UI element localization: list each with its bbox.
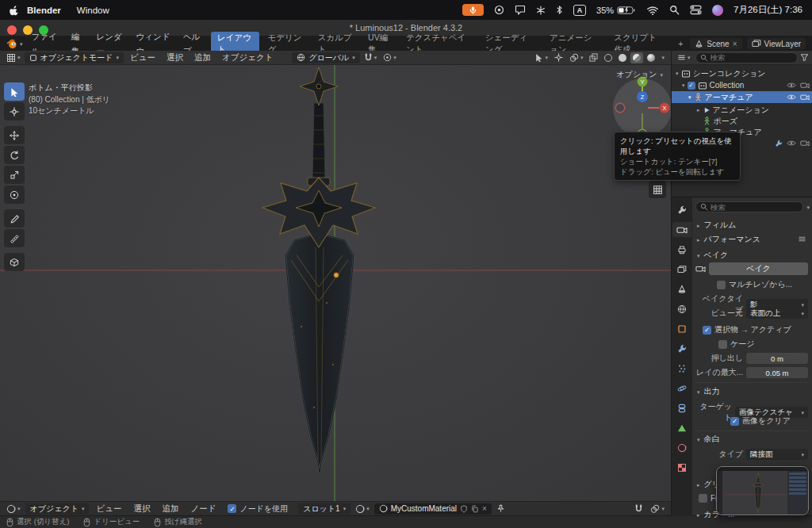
tool-properties-tab[interactable]	[672, 202, 691, 217]
control-center-icon[interactable]	[690, 5, 702, 15]
material-name-field[interactable]: MyCustomMaterial ×	[374, 503, 492, 515]
shader-menu-select[interactable]: 選択	[128, 503, 155, 515]
cursor-tool[interactable]	[4, 102, 25, 121]
wifi-icon[interactable]	[646, 6, 659, 15]
snap-node-toggle[interactable]	[632, 504, 645, 513]
hide-in-viewport-icon[interactable]	[787, 94, 796, 101]
hide-in-viewport-icon[interactable]	[787, 82, 796, 89]
section-performance[interactable]: ▸パフォーマンス	[697, 234, 760, 245]
xray-toggle[interactable]	[587, 53, 600, 62]
fake-user-shield-icon[interactable]	[460, 505, 468, 513]
mode-selector[interactable]: オブジェクトモード ▾	[25, 52, 124, 63]
overlay-node-toggle[interactable]: ▾	[648, 504, 667, 514]
freestyle-checkbox[interactable]	[699, 494, 707, 503]
viewport-menu-view[interactable]: ビュー	[125, 52, 160, 63]
annotate-tool[interactable]	[4, 209, 25, 228]
move-tool[interactable]	[4, 126, 25, 144]
viewlayer-properties-tab[interactable]	[672, 262, 691, 277]
object-origin[interactable]	[334, 273, 339, 277]
margin-type-dropdown[interactable]: 隣接面▾	[746, 449, 808, 460]
viewport-menu-select[interactable]: 選択	[162, 52, 188, 63]
shader-menu-node[interactable]: ノード	[186, 503, 220, 515]
hide-in-viewport-icon[interactable]	[787, 140, 796, 147]
world-properties-tab[interactable]	[672, 301, 691, 316]
particles-properties-tab[interactable]	[672, 361, 691, 376]
shading-rendered-button[interactable]	[645, 52, 657, 63]
add-cube-tool[interactable]	[4, 253, 25, 271]
navigation-gizmo[interactable]: X Y Z	[613, 77, 671, 139]
snap-toggle[interactable]: ▾	[362, 53, 380, 62]
scene-properties-tab[interactable]	[672, 281, 691, 297]
toggle-grid-icon[interactable]	[649, 181, 666, 198]
scale-tool[interactable]	[4, 166, 25, 184]
spotlight-icon[interactable]	[669, 5, 680, 15]
modifier-properties-tab[interactable]	[672, 341, 691, 356]
status-record-icon[interactable]	[494, 5, 504, 15]
screen-preview-thumbnail[interactable]	[716, 466, 809, 515]
shader-editor-type-selector[interactable]: ▾	[4, 504, 23, 514]
disable-in-render-icon[interactable]	[800, 82, 810, 89]
cage-checkbox[interactable]	[718, 340, 727, 349]
apple-logo-icon[interactable]	[10, 5, 19, 16]
texture-properties-tab[interactable]	[672, 460, 691, 475]
selected-to-active-checkbox[interactable]	[703, 326, 711, 335]
unlink-scene-icon[interactable]: ×	[733, 40, 737, 48]
editor-type-selector[interactable]: ▾	[4, 53, 23, 63]
blender-logo-icon[interactable]: ▾	[3, 38, 26, 50]
outliner-editor-type-selector[interactable]: ▾	[675, 53, 693, 62]
slot-dropdown[interactable]: スロット1▾	[298, 503, 350, 515]
outliner-search-field[interactable]	[695, 52, 798, 63]
render-properties-tab[interactable]	[672, 222, 691, 237]
properties-search-input[interactable]	[710, 203, 799, 212]
viewport-menu-add[interactable]: 追加	[190, 52, 216, 63]
duplicate-material-icon[interactable]	[471, 505, 479, 513]
proportional-editing-toggle[interactable]: ▾	[381, 53, 399, 62]
unlink-material-icon[interactable]: ×	[482, 504, 487, 513]
pin-icon[interactable]	[494, 504, 508, 513]
outliner-row-animation[interactable]: ▸ アニメーション	[672, 104, 812, 116]
outliner-row-scene-collection[interactable]: ▾ シーンコレクション	[672, 67, 812, 79]
extrusion-field[interactable]: 0 m	[746, 353, 808, 364]
shading-wireframe-button[interactable]	[602, 52, 615, 63]
macos-window-menu[interactable]: Window	[69, 6, 117, 15]
outliner-row-pose[interactable]: ▸ ポーズ	[672, 115, 812, 127]
data-properties-tab[interactable]	[672, 420, 691, 435]
shader-type-dropdown[interactable]: オブジェクト▾	[25, 503, 90, 515]
transform-orientation-selector[interactable]: グローバル ▾	[292, 52, 359, 63]
bake-button[interactable]: ベイク	[709, 262, 808, 275]
clear-image-checkbox[interactable]	[730, 417, 739, 426]
scene-selector[interactable]: Scene ×	[690, 38, 741, 49]
ray-distance-field[interactable]: 0.05 m	[746, 367, 808, 378]
viewlayer-selector[interactable]: ViewLayer	[747, 38, 806, 49]
multires-checkbox[interactable]	[717, 281, 726, 289]
collection-enable-checkbox[interactable]	[688, 82, 695, 90]
overlays-toggle[interactable]: ▾	[567, 53, 586, 63]
constraints-properties-tab[interactable]	[672, 400, 691, 415]
gizmos-toggle[interactable]	[552, 53, 565, 62]
tool-options-dropdown[interactable]: オプション▾	[616, 69, 663, 80]
section-bake[interactable]: ▾ベイク	[697, 250, 728, 261]
transform-tool[interactable]	[4, 186, 25, 204]
select-box-tool[interactable]	[4, 82, 25, 101]
view-from-dropdown[interactable]: 表面の上▾	[746, 308, 808, 319]
shading-dropdown-icon[interactable]: ▾	[661, 55, 665, 60]
shading-solid-button[interactable]	[616, 52, 629, 63]
selectability-toggle[interactable]: ▾	[532, 53, 550, 62]
outliner-search-input[interactable]	[710, 53, 793, 62]
bluetooth-icon[interactable]	[556, 5, 563, 15]
disable-in-render-icon[interactable]	[800, 94, 810, 101]
input-source-badge[interactable]: A	[573, 5, 586, 16]
section-output[interactable]: ▾出力	[697, 386, 720, 397]
status-asterisk-icon[interactable]	[536, 6, 546, 15]
outliner-row-armature[interactable]: ▾ アーマチュア	[672, 91, 812, 103]
add-workspace-button[interactable]: +	[672, 38, 689, 50]
menubar-clock[interactable]: 7月26日(土) 7:36	[733, 4, 802, 16]
filter-icon[interactable]	[800, 53, 809, 62]
shader-menu-add[interactable]: 追加	[157, 503, 183, 515]
section-film[interactable]: ▸フィルム	[697, 220, 736, 231]
outliner-row-collection[interactable]: ▾ Collection	[672, 79, 812, 91]
section-margin[interactable]: ▾余白	[697, 434, 720, 445]
material-properties-tab[interactable]	[672, 440, 691, 455]
battery-indicator[interactable]: 35%	[596, 6, 636, 15]
rotate-tool[interactable]	[4, 146, 25, 164]
